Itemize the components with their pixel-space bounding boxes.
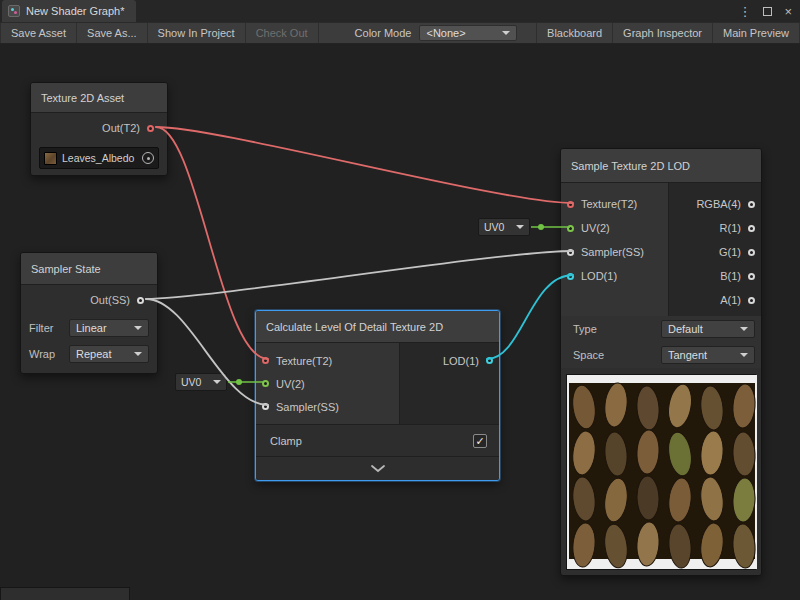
dropdown-arrow-icon — [502, 31, 510, 35]
port-label: A(1) — [720, 294, 741, 306]
color-mode-value: <None> — [426, 27, 465, 39]
port-label: RGBA(4) — [696, 198, 741, 210]
output-port-sampler[interactable] — [137, 297, 144, 304]
input-port-lod[interactable] — [567, 273, 574, 280]
dropdown-arrow-icon — [740, 327, 748, 331]
dropdown-arrow-icon — [134, 352, 142, 356]
uv-channel-dropdown-sample[interactable]: UV0 — [478, 218, 530, 236]
output-port-b[interactable] — [748, 273, 755, 280]
node-title[interactable]: Sample Texture 2D LOD — [561, 149, 761, 183]
type-dropdown[interactable]: Default — [661, 320, 755, 338]
toolbar-right-group: Blackboard Graph Inspector Main Preview — [536, 23, 800, 43]
output-port-a[interactable] — [748, 297, 755, 304]
output-row-b: B(1) — [669, 264, 761, 288]
port-label: B(1) — [720, 270, 741, 282]
wrap-value: Repeat — [76, 348, 111, 360]
color-mode-dropdown[interactable]: <None> — [419, 25, 517, 41]
dropdown-arrow-icon — [516, 225, 524, 229]
wrap-dropdown[interactable]: Repeat — [69, 345, 149, 363]
maximize-icon[interactable] — [763, 7, 772, 16]
input-port-texture[interactable] — [262, 357, 269, 364]
graph-inspector-toggle-button[interactable]: Graph Inspector — [613, 23, 713, 43]
input-row-lod: LOD(1) — [561, 264, 668, 288]
uv-channel-dropdown-calculate[interactable]: UV0 — [175, 373, 227, 391]
chevron-down-icon[interactable] — [370, 465, 386, 473]
save-as-button[interactable]: Save As... — [77, 23, 148, 43]
output-row-a: A(1) — [669, 288, 761, 312]
space-value: Tangent — [668, 349, 707, 361]
tab-title: New Shader Graph* — [26, 5, 124, 17]
space-setting-row: Space Tangent — [561, 342, 761, 368]
filter-label: Filter — [29, 322, 69, 334]
type-label: Type — [573, 323, 661, 335]
shader-graph-icon — [8, 5, 20, 17]
port-label: Out(SS) — [90, 294, 130, 306]
texture-name: Leaves_Albedo — [62, 152, 137, 164]
preview-collapse-row — [256, 456, 499, 480]
dropdown-arrow-icon — [740, 353, 748, 357]
texture-thumbnail-icon — [44, 152, 57, 165]
output-port-rgba[interactable] — [748, 201, 755, 208]
input-port-uv[interactable] — [262, 380, 269, 387]
output-port-g[interactable] — [748, 249, 755, 256]
port-label: R(1) — [720, 222, 741, 234]
window-controls: ⋮ × — [738, 4, 792, 19]
filter-dropdown[interactable]: Linear — [69, 319, 149, 337]
output-port-lod[interactable] — [486, 357, 493, 364]
input-row-sampler: Sampler(SS) — [256, 395, 399, 418]
node-title[interactable]: Calculate Level Of Detail Texture 2D — [256, 311, 499, 343]
input-row-texture: Texture(T2) — [561, 192, 668, 216]
output-port-r[interactable] — [748, 225, 755, 232]
show-in-project-button[interactable]: Show In Project — [148, 23, 246, 43]
blackboard-panel-edge[interactable] — [0, 587, 130, 600]
window-titlebar: New Shader Graph* ⋮ × — [0, 0, 800, 22]
input-port-sampler[interactable] — [262, 403, 269, 410]
main-preview-toggle-button[interactable]: Main Preview — [713, 23, 800, 43]
output-row-g: G(1) — [669, 240, 761, 264]
blackboard-toggle-button[interactable]: Blackboard — [536, 23, 613, 43]
input-row-uv: UV(2) — [561, 216, 668, 240]
space-dropdown[interactable]: Tangent — [661, 346, 755, 364]
output-row-r: R(1) — [669, 216, 761, 240]
node-title[interactable]: Texture 2D Asset — [31, 83, 167, 113]
input-row-sampler: Sampler(SS) — [561, 240, 668, 264]
output-row-rgba: RGBA(4) — [669, 192, 761, 216]
input-port-sampler[interactable] — [567, 249, 574, 256]
uv-chip-label: UV0 — [484, 221, 504, 233]
save-asset-button[interactable]: Save Asset — [0, 23, 77, 43]
dropdown-arrow-icon — [213, 380, 221, 384]
port-label: UV(2) — [581, 222, 610, 234]
input-row-uv: UV(2) — [256, 372, 399, 395]
dropdown-arrow-icon — [134, 326, 142, 330]
wrap-label: Wrap — [29, 348, 69, 360]
node-sampler-state[interactable]: Sampler State Out(SS) Filter Linear Wrap… — [20, 252, 158, 374]
node-title[interactable]: Sampler State — [21, 253, 157, 285]
node-calculate-lod-texture-2d[interactable]: Calculate Level Of Detail Texture 2D Tex… — [255, 310, 500, 481]
output-port-texture[interactable] — [147, 125, 154, 132]
node-preview-image — [566, 374, 756, 570]
port-label: G(1) — [719, 246, 741, 258]
clamp-checkbox[interactable]: ✓ — [473, 434, 487, 448]
port-label: LOD(1) — [581, 270, 617, 282]
shader-graph-tab[interactable]: New Shader Graph* — [2, 0, 136, 22]
window-menu-icon[interactable]: ⋮ — [738, 4, 751, 19]
input-port-uv[interactable] — [567, 225, 574, 232]
port-label: Texture(T2) — [276, 355, 332, 367]
shader-graph-toolbar: Save Asset Save As... Show In Project Ch… — [0, 22, 800, 44]
object-picker-icon[interactable] — [142, 152, 154, 164]
port-label: LOD(1) — [443, 355, 479, 367]
uv-chip-label: UV0 — [181, 376, 201, 388]
port-label: Sampler(SS) — [276, 401, 339, 413]
check-out-button: Check Out — [246, 23, 319, 43]
port-label: Sampler(SS) — [581, 246, 644, 258]
close-icon[interactable]: × — [784, 4, 792, 19]
port-label: Texture(T2) — [581, 198, 637, 210]
node-sample-texture-2d-lod[interactable]: Sample Texture 2D LOD Texture(T2) UV(2) … — [560, 148, 762, 576]
port-label: UV(2) — [276, 378, 305, 390]
input-port-texture[interactable] — [567, 201, 574, 208]
type-setting-row: Type Default — [561, 316, 761, 342]
type-value: Default — [668, 323, 703, 335]
texture-object-field[interactable]: Leaves_Albedo — [39, 147, 159, 169]
node-texture-2d-asset[interactable]: Texture 2D Asset Out(T2) Leaves_Albedo — [30, 82, 168, 176]
input-row-texture: Texture(T2) — [256, 349, 399, 372]
